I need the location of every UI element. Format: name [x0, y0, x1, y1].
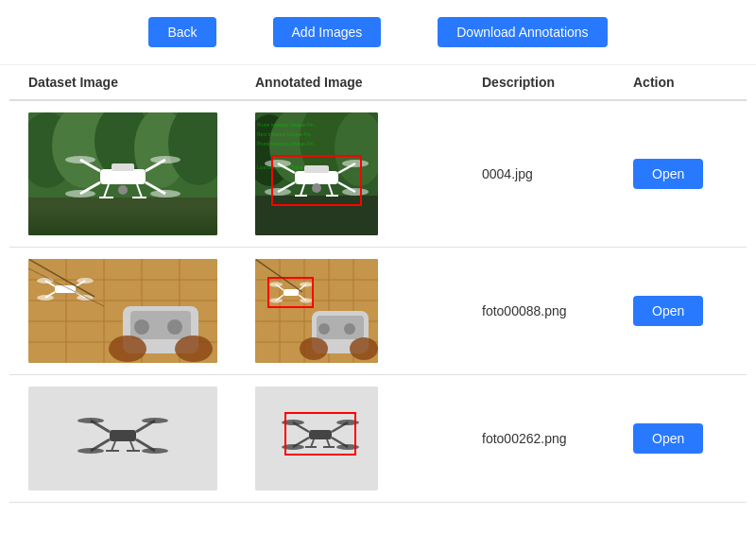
table-row: Prune Instance Unique-Fin... Rect Instan…	[9, 101, 747, 248]
annotated-image-2	[255, 259, 378, 363]
svg-rect-7	[100, 169, 146, 184]
svg-point-97	[300, 299, 313, 303]
open-button-3[interactable]: Open	[633, 423, 703, 454]
svg-point-14	[150, 156, 180, 163]
svg-rect-101	[110, 430, 136, 441]
svg-point-94	[269, 283, 283, 287]
action-cell-2: Open	[633, 296, 747, 326]
svg-point-59	[134, 319, 149, 335]
description-cell-3: foto00262.png	[482, 431, 633, 446]
toolbar: Back Add Images Download Annotations	[0, 0, 756, 65]
annotated-image-1: Prune Instance Unique-Fin... Rect Instan…	[255, 112, 378, 235]
svg-point-15	[65, 190, 95, 198]
svg-point-88	[350, 337, 378, 360]
annotated-image-cell-3	[255, 387, 482, 490]
back-button[interactable]: Back	[148, 17, 215, 47]
svg-rect-27	[255, 196, 378, 235]
dataset-drone-svg-1	[28, 112, 217, 235]
svg-point-38	[265, 160, 291, 167]
svg-rect-8	[112, 163, 134, 171]
svg-rect-32	[295, 171, 338, 184]
annotated-drone-svg-2	[255, 259, 378, 363]
svg-point-85	[318, 323, 330, 335]
open-button-1[interactable]: Open	[633, 159, 703, 189]
col-annotated: Annotated Image	[255, 75, 482, 90]
annotated-drone-svg-1: Prune Instance Unique-Fin... Rect Instan…	[255, 112, 378, 235]
description-cell-1: 0004.jpg	[482, 166, 633, 181]
svg-point-69	[77, 278, 94, 284]
annotated-image-3	[255, 387, 378, 490]
svg-point-62	[175, 335, 213, 362]
dataset-image-cell-2	[28, 259, 255, 363]
download-annotations-button[interactable]: Download Annotations	[438, 17, 607, 47]
dataset-image-cell-3	[28, 387, 255, 490]
svg-point-68	[37, 278, 54, 284]
svg-text:Prune Instance Unique-Fin...: Prune Instance Unique-Fin...	[257, 122, 318, 128]
svg-rect-6	[28, 198, 217, 235]
svg-point-106	[77, 418, 104, 423]
svg-point-109	[142, 448, 168, 454]
svg-point-41	[342, 188, 369, 196]
action-cell-3: Open	[633, 423, 747, 454]
dataset-drone-svg-2	[28, 259, 217, 363]
table-header: Dataset Image Annotated Image Descriptio…	[9, 65, 747, 101]
annotated-image-cell-2	[255, 259, 482, 363]
svg-point-16	[150, 190, 180, 198]
svg-point-13	[65, 156, 95, 163]
svg-point-70	[37, 295, 54, 301]
col-description: Description	[482, 75, 633, 90]
svg-point-108	[77, 448, 104, 454]
svg-rect-89	[284, 289, 299, 296]
svg-rect-33	[304, 165, 329, 173]
svg-point-95	[300, 283, 313, 287]
dataset-image-3	[28, 387, 217, 490]
svg-text:Prune Instance Unique-Fin...: Prune Instance Unique-Fin...	[257, 141, 318, 146]
table-row: foto00262.png Open	[9, 375, 747, 503]
dataset-image-cell-1	[28, 112, 255, 235]
svg-point-39	[342, 160, 369, 167]
svg-text:Rect Instance Unique-Fin...: Rect Instance Unique-Fin...	[257, 131, 315, 137]
annotated-image-cell-1: Prune Instance Unique-Fin... Rect Instan…	[255, 112, 482, 235]
dataset-drone-svg-3	[28, 387, 217, 490]
dataset-image-2	[28, 259, 217, 363]
svg-point-17	[118, 185, 128, 195]
annotated-drone-svg-3	[255, 387, 378, 490]
svg-point-40	[265, 188, 291, 196]
svg-point-87	[300, 337, 328, 360]
svg-rect-115	[309, 430, 332, 439]
add-images-button[interactable]: Add Images	[273, 17, 382, 47]
description-cell-2: foto00088.png	[482, 303, 633, 318]
svg-point-42	[312, 183, 321, 193]
col-dataset: Dataset Image	[28, 75, 255, 90]
svg-point-61	[109, 335, 146, 362]
svg-point-60	[167, 319, 182, 335]
action-cell-1: Open	[633, 159, 747, 189]
svg-point-96	[269, 299, 283, 303]
open-button-2[interactable]: Open	[633, 296, 703, 326]
svg-point-86	[344, 323, 355, 335]
svg-point-107	[142, 418, 168, 423]
col-action: Action	[633, 75, 747, 90]
dataset-image-1	[28, 112, 217, 235]
table-row: foto00088.png Open	[9, 248, 747, 375]
